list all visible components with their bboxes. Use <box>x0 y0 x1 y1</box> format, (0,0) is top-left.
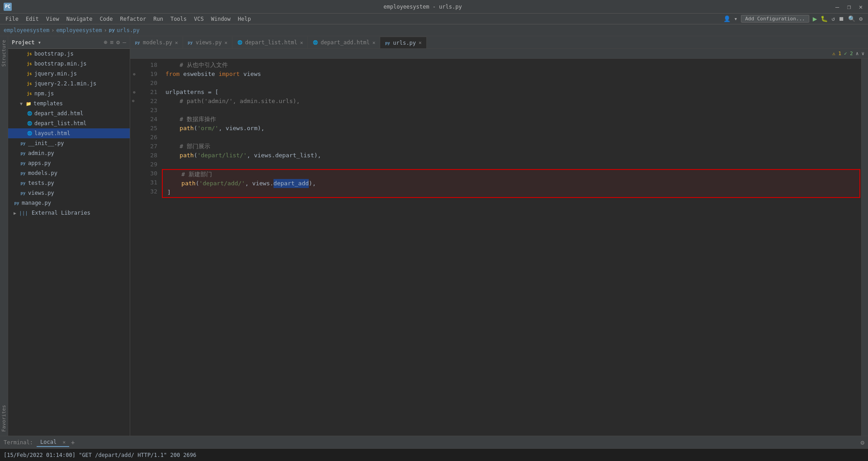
run-button[interactable]: ▶ <box>813 14 817 23</box>
debug-icon[interactable]: 🐛 <box>821 15 828 22</box>
menu-tools[interactable]: Tools <box>167 15 190 23</box>
js-file-icon-5: js <box>26 90 33 97</box>
project-header: Project ▾ ⊕ ≡ ⚙ — <box>8 36 130 49</box>
tab-close-depart-list[interactable]: ✕ <box>300 40 303 46</box>
breadcrumb-module[interactable]: employeesystem <box>56 27 102 33</box>
locate-icon[interactable]: ⊕ <box>104 39 108 46</box>
add-configuration-button[interactable]: Add Configuration... <box>741 15 809 23</box>
maximize-button[interactable]: ❐ <box>845 3 853 10</box>
close-button[interactable]: ✕ <box>857 3 864 10</box>
highlighted-block: # 新建部门 path ( 'depart/add/' , views.depa… <box>162 169 860 198</box>
terminal-line-1: [15/Feb/2022 01:14:00] "GET /depart/add/… <box>4 451 864 460</box>
tab-icon-views: py <box>188 40 193 45</box>
terminal-tab-close[interactable]: ✕ <box>62 439 66 445</box>
favorites-tab[interactable]: Favorites <box>0 401 8 436</box>
gutter-25 <box>130 124 138 133</box>
js-file-icon-3: js <box>26 71 33 77</box>
tab-icon-depart-list: 🌐 <box>237 40 242 45</box>
tab-close-views[interactable]: ✕ <box>224 40 227 46</box>
hide-panel-icon[interactable]: — <box>123 39 126 46</box>
code-line-20 <box>161 79 861 88</box>
folder-external-libraries[interactable]: ▶ ||| External Libraries <box>8 208 130 218</box>
file-tests-py[interactable]: py tests.py <box>8 178 130 188</box>
project-panel: Project ▾ ⊕ ≡ ⚙ — js bootstrap.js js boo… <box>8 36 130 436</box>
breadcrumb-file[interactable]: urls.py <box>117 27 140 33</box>
file-jquery-min-js[interactable]: js jquery.min.js <box>8 69 130 79</box>
file-manage-py[interactable]: py manage.py <box>8 198 130 208</box>
code-line-28: path ( 'depart/list/' , views.depart_lis… <box>161 151 861 160</box>
menu-window[interactable]: Window <box>208 15 234 23</box>
tab-close-urls[interactable]: ✕ <box>419 40 422 46</box>
rerun-icon[interactable]: ↺ <box>831 15 835 22</box>
file-layout-html[interactable]: 🌐 layout.html <box>8 128 130 138</box>
code-line-26 <box>161 133 861 142</box>
stop-icon[interactable]: ⏹ <box>839 15 844 22</box>
code-line-21: urlpatterns = [ <box>161 88 861 97</box>
tab-close-models[interactable]: ✕ <box>175 40 178 46</box>
menu-refactor[interactable]: Refactor <box>116 15 150 23</box>
tab-depart-add-html[interactable]: 🌐 depart_add.html ✕ <box>308 37 380 48</box>
menu-navigate[interactable]: Navigate <box>63 15 96 23</box>
folder-arrow-icon: ▼ <box>20 101 23 106</box>
structure-tab[interactable]: Structure <box>0 36 8 71</box>
gutter-fold-19: ⊖ <box>130 70 138 79</box>
js-file-icon: js <box>26 51 33 57</box>
nav-up-button[interactable]: ∧ <box>856 51 859 56</box>
file-views-py[interactable]: py views.py <box>8 188 130 198</box>
tab-depart-list-html[interactable]: 🌐 depart_list.html ✕ <box>232 37 308 48</box>
html-file-icon-1: 🌐 <box>26 110 33 117</box>
titlebar-title: employeesystem - urls.py <box>12 4 834 10</box>
settings-icon[interactable]: ⚙ <box>859 15 863 22</box>
tab-urls-py[interactable]: py urls.py ✕ <box>380 37 426 48</box>
folder-templates[interactable]: ▼ 📁 templates <box>8 99 130 108</box>
minimize-button[interactable]: — <box>834 3 841 10</box>
line-numbers: 18 19 20 21 22 23 24 25 26 27 28 29 30 3… <box>138 59 161 436</box>
line-num-18: 18 <box>140 61 157 70</box>
gutter-line-20 <box>130 79 138 88</box>
terminal-area: Terminal: Local ✕ + ⚙ [15/Feb/2022 01:14… <box>0 436 868 461</box>
html-file-icon-3: 🌐 <box>26 130 33 136</box>
file-admin-py[interactable]: py admin.py <box>8 148 130 158</box>
menu-run[interactable]: Run <box>150 15 167 23</box>
file-depart-list-html[interactable]: 🌐 depart_list.html <box>8 118 130 128</box>
code-editor[interactable]: ⊖ ⊖ ⊖ 18 <box>130 59 868 436</box>
fold-arrow-22: ⊖ <box>130 99 134 103</box>
py-file-icon-4: py <box>20 170 26 176</box>
code-line-29 <box>161 160 861 169</box>
file-bootstrap-min-js[interactable]: js bootstrap.min.js <box>8 59 130 69</box>
file-jquery-221-min-js[interactable]: js jquery-2.2.1.min.js <box>8 79 130 89</box>
line-num-31: 31 <box>140 178 157 187</box>
menu-vcs[interactable]: VCS <box>190 15 208 23</box>
file-bootstrap-js[interactable]: js bootstrap.js <box>8 49 130 59</box>
file-npm-js[interactable]: js npm.js <box>8 89 130 99</box>
titlebar: PC employeesystem - urls.py — ❐ ✕ <box>0 0 868 14</box>
collapse-icon[interactable]: ≡ <box>110 39 114 46</box>
search-icon[interactable]: 🔍 <box>848 15 855 22</box>
code-line-22: # path('admin/', admin.site.urls), <box>161 97 861 106</box>
file-init-py[interactable]: py __init__.py <box>8 138 130 148</box>
tab-views-py[interactable]: py views.py ✕ <box>183 37 232 48</box>
settings-small-icon[interactable]: ⚙ <box>116 39 120 46</box>
line-num-25: 25 <box>140 124 157 133</box>
breadcrumb-project[interactable]: employeesystem <box>4 27 49 33</box>
menu-help[interactable]: Help <box>234 15 255 23</box>
terminal-tab-local[interactable]: Local ✕ <box>37 438 69 447</box>
file-models-py[interactable]: py models.py <box>8 168 130 178</box>
tab-models-py[interactable]: py models.py ✕ <box>130 37 183 48</box>
terminal-add-tab[interactable]: + <box>71 439 75 446</box>
terminal-settings-icon[interactable]: ⚙ <box>861 439 864 446</box>
file-apps-py[interactable]: py apps.py <box>8 158 130 168</box>
right-scrollbar[interactable] <box>861 59 868 436</box>
menu-view[interactable]: View <box>42 15 63 23</box>
user-icon[interactable]: 👤 ▾ <box>723 15 738 22</box>
tab-icon-models: py <box>135 40 140 45</box>
menu-code[interactable]: Code <box>96 15 117 23</box>
code-content[interactable]: # 从也中引入文件 from eswebsite import views ur… <box>161 59 861 436</box>
menu-file[interactable]: File <box>2 15 22 23</box>
nav-down-button[interactable]: ∨ <box>861 51 864 56</box>
file-depart-add-html[interactable]: 🌐 depart_add.html <box>8 108 130 118</box>
tab-close-depart-add[interactable]: ✕ <box>373 40 376 46</box>
line-num-20: 20 <box>140 79 157 88</box>
code-line-24: # 数据库操作 <box>161 115 861 124</box>
menu-edit[interactable]: Edit <box>22 15 42 23</box>
